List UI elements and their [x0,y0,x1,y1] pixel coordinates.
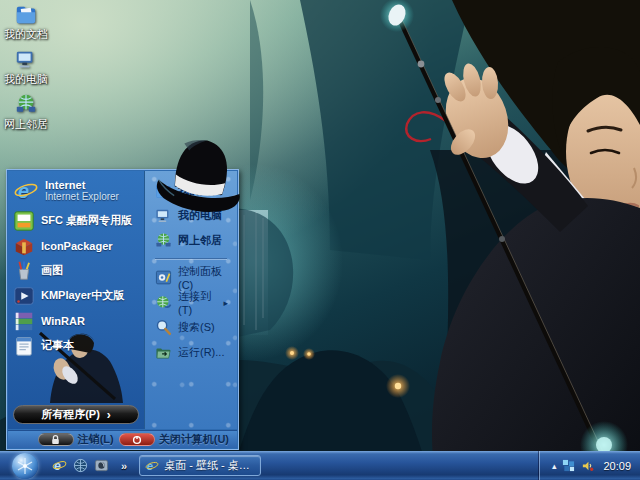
start-menu: e Internet Internet Explorer SFC 桌酷网专用版 [6,169,239,450]
menu-item-my-documents[interactable]: 我的文档 [149,179,233,202]
menu-item-run[interactable]: 运行(R)... [149,341,233,364]
menu-item-paint[interactable]: 画图 [10,258,142,283]
logoff-button[interactable]: 注销(L) [38,432,114,447]
submenu-arrow-icon: ▸ [223,298,230,308]
start-button[interactable] [12,453,38,479]
run-icon [155,344,172,361]
task-button-label: 桌面 - 壁纸 - 桌酷... [164,458,255,473]
menu-item-label: 网上邻居 [178,233,222,248]
desktop-icon-my-computer[interactable]: 我的电脑 [0,48,58,87]
menu-item-label: 记事本 [41,338,74,353]
kmplayer-icon [13,285,35,307]
menu-item-label: IconPackager [41,240,113,252]
quick-launch-overflow-chevron[interactable]: » [121,460,127,472]
quick-launch-ie-icon[interactable]: e [52,458,67,473]
menu-item-internet[interactable]: e Internet Internet Explorer [10,174,142,208]
menu-divider [155,258,227,259]
network-places-icon [155,232,172,249]
desktop: 我的文档 我的电脑 网上邻居 e [0,0,640,480]
connect-to-icon [155,294,172,311]
logoff-label: 注销(L) [78,432,114,447]
notepad-icon [13,335,35,357]
menu-item-label: WinRAR [41,315,85,327]
quick-launch-app-icon[interactable] [94,458,109,473]
menu-item-label: SFC 桌酷网专用版 [41,213,132,228]
svg-text:e: e [18,180,29,202]
menu-item-notepad[interactable]: 记事本 [10,333,142,358]
internet-explorer-icon: e [13,178,39,204]
network-places-icon [15,93,37,115]
taskbar: e » e 桌面 - 壁纸 - 桌酷... ▴ [0,451,640,480]
all-programs-label: 所有程序(P) [41,407,100,422]
system-tray: ▴ 20:09 [539,451,640,480]
power-icon [132,435,142,445]
winrar-icon [13,310,35,332]
start-menu-footer: 注销(L) 关闭计算机(U) [8,430,237,448]
internet-explorer-icon: e [145,459,159,473]
desktop-icon-network-places[interactable]: 网上邻居 [0,93,58,132]
menu-item-label: Internet [45,179,119,191]
menu-item-iconpackager[interactable]: IconPackager [10,233,142,258]
my-computer-icon [15,48,37,70]
taskbar-clock: 20:09 [603,460,631,472]
control-panel-icon [155,269,172,286]
menu-item-label: 运行(R)... [178,345,224,360]
my-computer-icon [155,207,172,224]
menu-item-label: 控制面板(C) [178,264,230,291]
start-menu-places-column: 我的文档 我的电脑 [144,171,237,429]
svg-text:e: e [54,459,61,473]
sfc-app-icon [13,210,35,232]
quick-launch-globe-icon[interactable] [73,458,88,473]
menu-item-label: KMPlayer中文版 [41,288,124,303]
menu-item-search[interactable]: 搜索(S) [149,316,233,339]
tray-collapse-arrow-icon[interactable]: ▴ [552,461,557,471]
start-menu-watermark-area [10,358,142,403]
menu-item-label: 连接到(T) [178,289,217,316]
menu-item-kmplayer[interactable]: KMPlayer中文版 [10,283,142,308]
iconpackager-icon [13,235,35,257]
svg-text:e: e [147,460,153,472]
menu-item-control-panel[interactable]: 控制面板(C) [149,266,233,289]
shutdown-label: 关闭计算机(U) [159,432,229,447]
desktop-icon-label: 我的文档 [4,27,48,42]
menu-item-label: 搜索(S) [178,320,215,335]
my-documents-icon [155,182,172,199]
search-icon [155,319,172,336]
snowflake-orb-icon [15,456,35,476]
menu-item-label: 我的文档 [178,183,222,198]
desktop-icon-label: 网上邻居 [4,117,48,132]
menu-item-label: 画图 [41,263,63,278]
shutdown-button[interactable]: 关闭计算机(U) [119,432,229,447]
menu-item-winrar[interactable]: WinRAR [10,308,142,333]
all-programs-arrow-icon: › [107,408,111,422]
quick-launch-bar: e » [52,458,127,473]
menu-item-label: 我的电脑 [178,208,222,223]
my-documents-icon [15,3,37,25]
all-programs-button[interactable]: 所有程序(P) › [13,405,139,424]
menu-item-network-places[interactable]: 网上邻居 [149,229,233,252]
desktop-icon-label: 我的电脑 [4,72,48,87]
paint-icon [13,260,35,282]
start-menu-pinned-column: e Internet Internet Explorer SFC 桌酷网专用版 [8,171,144,429]
lock-icon [51,435,60,445]
tray-program-icon[interactable] [562,459,575,472]
tray-volume-icon[interactable] [581,459,594,472]
taskbar-task-button[interactable]: e 桌面 - 壁纸 - 桌酷... [139,455,261,476]
menu-item-connect-to[interactable]: 连接到(T) ▸ [149,291,233,314]
desktop-icon-my-documents[interactable]: 我的文档 [0,3,58,42]
menu-item-sublabel: Internet Explorer [45,191,119,203]
menu-item-my-computer[interactable]: 我的电脑 [149,204,233,227]
menu-item-sfc[interactable]: SFC 桌酷网专用版 [10,208,142,233]
